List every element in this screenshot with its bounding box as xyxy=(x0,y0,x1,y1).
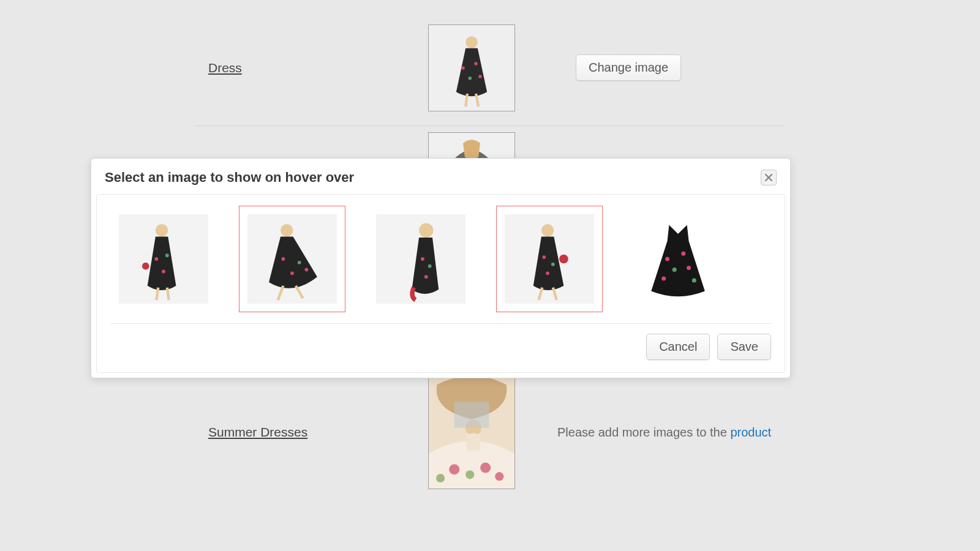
svg-point-37 xyxy=(419,223,433,238)
product-thumbnail[interactable] xyxy=(428,375,515,489)
save-button[interactable]: Save xyxy=(717,334,771,360)
add-images-message: Please add more images to the product xyxy=(557,425,771,440)
svg-point-29 xyxy=(281,224,293,236)
modal-inner: Select an image to show on hover over xyxy=(91,159,790,378)
svg-point-54 xyxy=(662,277,666,281)
image-option-thumb xyxy=(376,214,466,304)
svg-point-13 xyxy=(480,463,491,473)
svg-point-53 xyxy=(687,266,691,270)
svg-point-4 xyxy=(468,77,472,80)
svg-point-27 xyxy=(142,263,149,270)
svg-point-32 xyxy=(290,271,294,275)
modal-header: Select an image to show on hover over xyxy=(96,163,785,194)
svg-point-43 xyxy=(542,255,546,259)
svg-point-21 xyxy=(156,224,168,236)
svg-line-6 xyxy=(466,94,467,107)
product-row: Dress Change image xyxy=(196,10,784,126)
image-option-thumb xyxy=(633,214,723,304)
product-thumbnail[interactable] xyxy=(428,24,515,111)
svg-point-50 xyxy=(665,257,669,261)
product-name-link[interactable]: Summer Dresses xyxy=(208,425,307,439)
svg-point-55 xyxy=(692,279,696,283)
image-option-2[interactable] xyxy=(368,206,474,312)
svg-point-30 xyxy=(281,257,285,261)
svg-point-11 xyxy=(449,464,459,474)
image-option-thumb xyxy=(247,214,337,304)
modal-footer: Cancel Save xyxy=(110,323,771,360)
svg-point-31 xyxy=(298,261,301,264)
svg-point-2 xyxy=(461,66,465,70)
product-row: Summer Dresses Please add more ima xyxy=(196,371,784,493)
svg-point-33 xyxy=(304,268,308,272)
close-icon xyxy=(764,173,773,182)
svg-point-44 xyxy=(551,263,555,266)
image-option-0[interactable] xyxy=(110,206,217,312)
svg-point-14 xyxy=(495,472,503,481)
change-image-button[interactable]: Change image xyxy=(576,54,681,81)
svg-point-23 xyxy=(165,253,169,257)
svg-point-40 xyxy=(424,275,428,279)
modal-close-button[interactable] xyxy=(761,170,777,186)
svg-point-24 xyxy=(162,270,165,274)
product-image-cell xyxy=(398,24,545,111)
summer-dress-illustration xyxy=(429,376,514,489)
svg-point-22 xyxy=(154,257,158,261)
dress-illustration xyxy=(429,25,514,111)
modal-body: Cancel Save xyxy=(96,194,785,373)
svg-point-42 xyxy=(541,224,554,236)
svg-point-1 xyxy=(466,36,478,48)
product-image-cell xyxy=(398,375,545,489)
svg-point-15 xyxy=(436,474,445,482)
svg-line-25 xyxy=(156,288,158,300)
svg-point-51 xyxy=(681,252,685,256)
product-action-cell: Please add more images to the product xyxy=(545,425,784,440)
select-hover-image-modal: Select an image to show on hover over xyxy=(91,158,791,378)
svg-point-3 xyxy=(474,62,478,66)
svg-line-26 xyxy=(167,288,169,300)
image-picker xyxy=(110,203,771,323)
image-option-3[interactable] xyxy=(496,206,603,312)
product-name-cell: Dress xyxy=(196,61,398,75)
svg-point-45 xyxy=(546,271,549,275)
cancel-button[interactable]: Cancel xyxy=(646,334,710,360)
svg-point-12 xyxy=(466,470,474,479)
modal-title: Select an image to show on hover over xyxy=(105,170,354,186)
product-link[interactable]: product xyxy=(730,425,771,439)
product-name-link[interactable]: Dress xyxy=(208,61,242,75)
svg-point-38 xyxy=(421,257,424,261)
image-option-thumb xyxy=(119,214,208,304)
add-images-text: Please add more images to the xyxy=(557,425,730,439)
image-option-thumb xyxy=(505,214,594,304)
svg-point-52 xyxy=(673,268,677,272)
image-option-4[interactable] xyxy=(625,206,731,312)
product-name-cell: Summer Dresses xyxy=(196,425,398,440)
product-action-cell: Change image xyxy=(545,54,784,81)
svg-point-5 xyxy=(478,75,482,78)
svg-rect-17 xyxy=(454,402,489,427)
image-option-1[interactable] xyxy=(239,206,345,312)
svg-point-48 xyxy=(559,255,568,264)
svg-point-39 xyxy=(428,264,432,268)
